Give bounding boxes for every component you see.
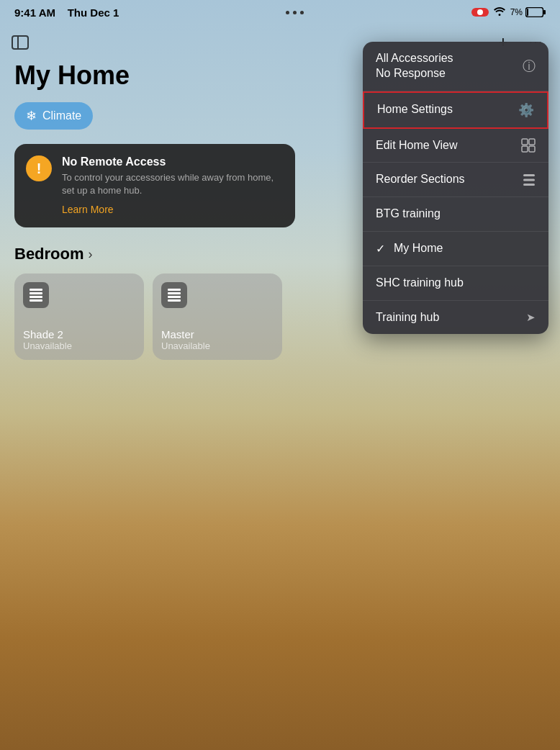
edit-home-view-label: Edit Home View (376, 138, 458, 153)
svg-rect-12 (529, 139, 535, 145)
menu-item-edit-home-view-left: Edit Home View (376, 138, 458, 153)
dot1 (286, 11, 289, 14)
recording-indicator (471, 8, 489, 17)
menu-item-training-hub[interactable]: Training hub ➤ (363, 301, 548, 335)
checkmark-icon: ✓ (376, 242, 385, 256)
alert-content: No Remote Access To control your accesso… (62, 155, 284, 216)
alert-card: ! No Remote Access To control your acces… (14, 144, 295, 227)
svg-rect-11 (522, 139, 528, 145)
menu-item-shc-training-hub[interactable]: SHC training hub (363, 266, 548, 301)
svg-rect-8 (168, 292, 181, 294)
svg-rect-5 (30, 296, 42, 298)
dot2 (293, 11, 297, 14)
svg-rect-4 (30, 292, 42, 294)
home-settings-label: Home Settings (377, 102, 453, 117)
time: 9:41 AM (14, 6, 55, 19)
svg-rect-13 (522, 146, 528, 152)
shade2-info: Shade 2 Unavailable (23, 328, 135, 351)
svg-rect-14 (529, 146, 535, 152)
menu-item-my-home-left: ✓ My Home (376, 241, 443, 256)
status-right: 7% (471, 6, 546, 19)
rec-dot (477, 9, 483, 15)
battery-indicator: 7% (510, 7, 546, 17)
svg-rect-0 (525, 8, 543, 17)
menu-item-btg-training[interactable]: BTG training (363, 197, 548, 232)
climate-button[interactable]: ❄ Climate (14, 102, 93, 130)
status-time-date: 9:41 AM Thu Dec 1 (14, 6, 119, 19)
svg-rect-9 (168, 296, 181, 298)
master-tile[interactable]: Master Unavailable (153, 274, 282, 360)
menu-item-training-hub-left: Training hub (376, 310, 439, 325)
climate-label: Climate (42, 109, 81, 122)
climate-icon: ❄ (26, 108, 37, 124)
status-bar: 9:41 AM Thu Dec 1 7% (0, 0, 560, 24)
svg-rect-10 (168, 299, 181, 302)
menu-item-all-accessories-left: All AccessoriesNo Response (376, 51, 453, 81)
bedroom-title: Bedroom (14, 245, 84, 263)
battery-percent: 7% (510, 7, 523, 17)
sidebar-icon (12, 35, 29, 50)
svg-rect-16 (523, 179, 535, 181)
wifi-icon (493, 6, 506, 19)
menu-item-edit-home-view[interactable]: Edit Home View (363, 129, 548, 163)
menu-item-all-accessories[interactable]: All AccessoriesNo Response ⓘ (363, 42, 548, 91)
dot3 (300, 11, 304, 14)
info-icon: ⓘ (523, 58, 536, 75)
svg-rect-15 (523, 174, 535, 176)
svg-rect-7 (168, 289, 181, 291)
shade2-name: Shade 2 (23, 328, 135, 340)
alert-description: To control your accessories while away f… (62, 171, 284, 197)
chevron-right-icon: › (89, 247, 93, 262)
btg-training-label: BTG training (376, 207, 441, 222)
sidebar-toggle-button[interactable] (12, 32, 37, 53)
dropdown-menu: All AccessoriesNo Response ⓘ Home Settin… (363, 42, 548, 334)
shade2-tile[interactable]: Shade 2 Unavailable (14, 274, 144, 360)
master-name: Master (161, 328, 274, 340)
alert-warning-icon: ! (26, 155, 52, 181)
shade2-status: Unavailable (23, 340, 135, 351)
menu-item-home-settings-left: Home Settings (377, 102, 453, 117)
date: Thu Dec 1 (68, 6, 119, 19)
learn-more-link[interactable]: Learn More (62, 204, 114, 215)
send-icon: ➤ (526, 311, 536, 324)
menu-item-reorder-sections[interactable]: Reorder Sections (363, 163, 548, 197)
shade2-icon (23, 282, 49, 308)
master-icon (161, 282, 187, 308)
svg-rect-17 (523, 184, 535, 186)
sidebar-icon-inner (13, 37, 19, 48)
svg-rect-1 (543, 10, 546, 14)
menu-item-btg-training-left: BTG training (376, 207, 441, 222)
menu-item-my-home[interactable]: ✓ My Home (363, 232, 548, 266)
reorder-icon (523, 173, 536, 187)
status-dots (286, 11, 304, 14)
master-status: Unavailable (161, 340, 274, 351)
training-hub-label: Training hub (376, 310, 439, 325)
svg-rect-2 (527, 9, 528, 16)
svg-rect-6 (30, 299, 42, 302)
reorder-sections-label: Reorder Sections (376, 172, 465, 187)
svg-rect-3 (30, 289, 42, 291)
all-accessories-label: All AccessoriesNo Response (376, 51, 453, 81)
gear-icon: ⚙️ (518, 102, 534, 118)
menu-item-home-settings[interactable]: Home Settings ⚙️ (363, 91, 548, 129)
shc-training-hub-label: SHC training hub (376, 276, 464, 291)
battery-icon (525, 7, 546, 17)
alert-title: No Remote Access (62, 155, 284, 168)
master-info: Master Unavailable (161, 328, 274, 351)
menu-item-reorder-sections-left: Reorder Sections (376, 172, 465, 187)
my-home-label: My Home (394, 241, 443, 256)
grid-icon (521, 138, 536, 153)
menu-item-shc-training-hub-left: SHC training hub (376, 276, 464, 291)
